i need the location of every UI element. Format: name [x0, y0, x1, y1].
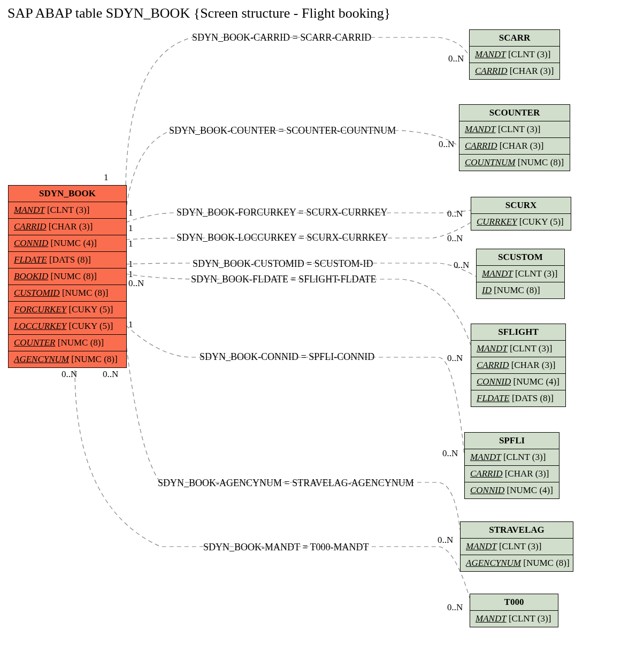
field-row: FLDATE [DATS (8)] — [471, 390, 565, 406]
cardinality: 0..N — [442, 448, 458, 459]
relation-label: SDYN_BOOK-CARRID = SCARR-CARRID — [192, 32, 371, 43]
field-row: CARRID [CHAR (3)] — [471, 357, 565, 374]
field-row: MANDT [CLNT (3)] — [471, 341, 565, 357]
field-row: MANDT [CLNT (3)] — [465, 449, 559, 466]
relation-label: SDYN_BOOK-FORCURKEY = SCURX-CURRKEY — [177, 207, 388, 218]
field-row: ID [NUMC (8)] — [477, 282, 564, 298]
field-row: CUSTOMID [NUMC (8)] — [9, 285, 126, 302]
cardinality: 0..N — [103, 369, 118, 380]
relation-label: SDYN_BOOK-AGENCYNUM = STRAVELAG-AGENCYNU… — [158, 478, 414, 489]
cardinality: 0..N — [447, 602, 463, 613]
entity-header: STRAVELAG — [461, 522, 573, 539]
cardinality: 1 — [128, 223, 133, 234]
cardinality: 1 — [128, 259, 133, 270]
field-row: AGENCYNUM [NUMC (8)] — [9, 351, 126, 367]
entity-header: SPFLI — [465, 433, 559, 449]
entity-scurx: SCURX CURRKEY [CUKY (5)] — [471, 197, 571, 231]
relation-label: SDYN_BOOK-FLDATE = SFLIGHT-FLDATE — [191, 274, 377, 285]
cardinality: 1 — [128, 319, 133, 330]
field-row: MANDT [CLNT (3)] — [459, 121, 570, 138]
field-row: CONNID [NUMC (4)] — [9, 235, 126, 252]
entity-scustom: SCUSTOM MANDT [CLNT (3)] ID [NUMC (8)] — [476, 249, 565, 299]
entity-stravelag: STRAVELAG MANDT [CLNT (3)] AGENCYNUM [NU… — [460, 521, 573, 572]
relation-label: SDYN_BOOK-CONNID = SPFLI-CONNID — [200, 351, 374, 363]
field-row: CONNID [NUMC (4)] — [471, 374, 565, 390]
entity-sdyn-book: SDYN_BOOK MANDT [CLNT (3)] CARRID [CHAR … — [8, 185, 127, 368]
entity-sflight: SFLIGHT MANDT [CLNT (3)] CARRID [CHAR (3… — [471, 324, 566, 407]
field-row: FLDATE [DATS (8)] — [9, 252, 126, 268]
entity-scounter: SCOUNTER MANDT [CLNT (3)] CARRID [CHAR (… — [459, 104, 570, 171]
entity-header: SFLIGHT — [471, 324, 565, 341]
entity-spfli: SPFLI MANDT [CLNT (3)] CARRID [CHAR (3)]… — [464, 432, 559, 499]
cardinality: 0..N — [439, 139, 454, 150]
relation-label: SDYN_BOOK-CUSTOMID = SCUSTOM-ID — [193, 258, 373, 270]
cardinality: 0..N — [447, 233, 463, 244]
entity-header: SDYN_BOOK — [9, 186, 126, 202]
relation-label: SDYN_BOOK-LOCCURKEY = SCURX-CURRKEY — [177, 232, 388, 243]
cardinality: 1 — [128, 208, 133, 218]
field-row: MANDT [CLNT (3)] — [470, 47, 559, 63]
relation-label: SDYN_BOOK-MANDT = T000-MANDT — [203, 542, 369, 553]
entity-scarr: SCARR MANDT [CLNT (3)] CARRID [CHAR (3)] — [469, 29, 560, 80]
field-row: CONNID [NUMC (4)] — [465, 482, 559, 498]
entity-t000: T000 MANDT [CLNT (3)] — [470, 594, 558, 627]
field-row: COUNTNUM [NUMC (8)] — [459, 155, 570, 171]
field-row: CARRID [CHAR (3)] — [459, 138, 570, 155]
cardinality: 1 — [128, 239, 133, 249]
field-row: AGENCYNUM [NUMC (8)] — [461, 555, 573, 571]
cardinality: 1 — [104, 172, 109, 183]
field-row: MANDT [CLNT (3)] — [477, 266, 564, 282]
field-row: BOOKID [NUMC (8)] — [9, 268, 126, 285]
entity-header: SCARR — [470, 30, 559, 47]
field-row: MANDT [CLNT (3)] — [470, 611, 558, 627]
field-row: CARRID [CHAR (3)] — [9, 219, 126, 235]
relation-label: SDYN_BOOK-COUNTER = SCOUNTER-COUNTNUM — [169, 125, 396, 136]
field-row: CURRKEY [CUKY (5)] — [471, 214, 571, 230]
cardinality: 0..N — [447, 353, 463, 364]
entity-header: SCOUNTER — [459, 105, 570, 121]
cardinality: 0..N — [454, 260, 469, 271]
field-row: MANDT [CLNT (3)] — [9, 202, 126, 219]
entity-header: SCUSTOM — [477, 249, 564, 266]
field-row: CARRID [CHAR (3)] — [470, 63, 559, 79]
field-row: COUNTER [NUMC (8)] — [9, 335, 126, 351]
entity-header: T000 — [470, 594, 558, 611]
cardinality: 0..N — [128, 278, 144, 289]
cardinality: 0..N — [447, 209, 463, 219]
field-row: FORCURKEY [CUKY (5)] — [9, 302, 126, 318]
cardinality: 0..N — [438, 535, 453, 546]
field-row: CARRID [CHAR (3)] — [465, 466, 559, 482]
page-title: SAP ABAP table SDYN_BOOK {Screen structu… — [7, 5, 390, 21]
field-row: MANDT [CLNT (3)] — [461, 539, 573, 555]
entity-header: SCURX — [471, 197, 571, 214]
field-row: LOCCURKEY [CUKY (5)] — [9, 318, 126, 335]
cardinality: 0..N — [448, 53, 464, 64]
cardinality: 0..N — [62, 369, 77, 380]
